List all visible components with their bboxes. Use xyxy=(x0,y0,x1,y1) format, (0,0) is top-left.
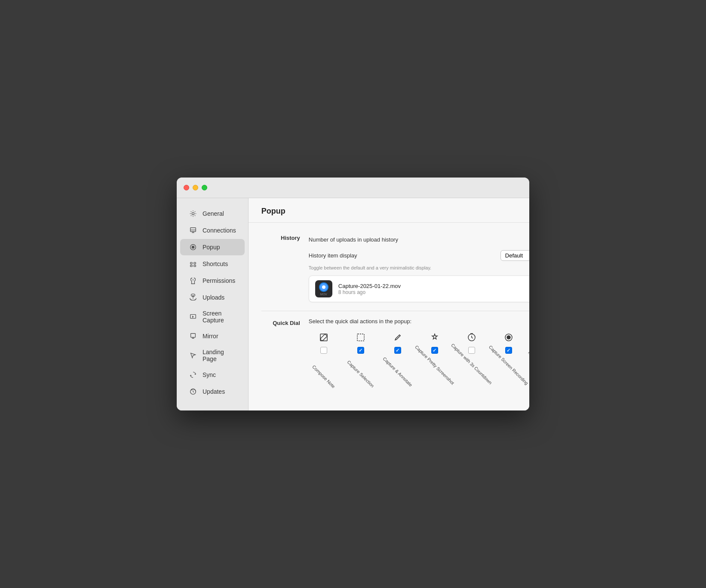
sidebar-item-label-connections: Connections xyxy=(203,227,236,234)
maximize-button[interactable] xyxy=(202,185,207,190)
file-type-label: MOV xyxy=(320,293,327,296)
history-section: History Number of uploads in upload hist… xyxy=(261,233,529,302)
quick-dial-item-recording: Capture Screen Recording xyxy=(494,331,524,392)
shortcuts-icon xyxy=(189,260,197,268)
sidebar-item-label-mirror: Mirror xyxy=(203,333,218,340)
quick-dial-item-pretty: Capture Pretty Screenshot xyxy=(420,331,450,392)
compose-icon xyxy=(319,331,328,343)
quick-dial-item-countdown: Capture with 3s Countdown xyxy=(457,331,487,392)
quick-dial-grid: Compose NoteCapture SelectionCapture & A… xyxy=(309,331,529,392)
sidebar-item-label-updates: Updates xyxy=(203,388,225,395)
updates-icon xyxy=(189,387,197,396)
selection-label-container: Capture Selection xyxy=(358,357,363,392)
sidebar-item-uploads[interactable]: Uploads xyxy=(180,289,245,306)
pretty-icon xyxy=(430,331,439,343)
sidebar-item-mirror[interactable]: Mirror xyxy=(180,328,245,344)
sidebar-item-label-general: General xyxy=(203,210,224,217)
svg-point-0 xyxy=(192,212,194,214)
annotate-label: Capture & Annotate xyxy=(382,356,413,388)
sidebar-item-label-popup: Popup xyxy=(203,244,220,251)
permissions-icon xyxy=(189,276,197,285)
window-content: GeneralConnectionsPopupShortcutsPermissi… xyxy=(177,198,529,410)
sidebar-item-permissions[interactable]: Permissions xyxy=(180,273,245,289)
sidebar-item-popup[interactable]: Popup xyxy=(180,239,245,255)
mirror-icon xyxy=(189,332,197,340)
sidebar-item-label-screen-capture: Screen Capture xyxy=(203,310,236,324)
traffic-lights xyxy=(184,185,207,190)
history-content: Number of uploads in upload history 25 ▲… xyxy=(309,233,529,302)
svg-rect-10 xyxy=(191,334,196,337)
svg-point-16 xyxy=(507,336,510,339)
uploads-row: Number of uploads in upload history 25 ▲… xyxy=(309,233,529,246)
display-hint: Toggle between the default and a very mi… xyxy=(309,265,529,270)
sidebar-item-updates[interactable]: Updates xyxy=(180,383,245,400)
countdown-checkbox[interactable] xyxy=(468,347,475,354)
display-row: History item display Default ▾ xyxy=(309,250,529,261)
countdown-icon xyxy=(467,331,476,343)
section-divider xyxy=(261,311,529,311)
quick-dial-content: Select the quick dial actions in the pop… xyxy=(309,318,529,392)
quick-dial-item-selection: Capture Selection xyxy=(346,331,376,392)
countdown-label-container: Capture with 3s Countdown xyxy=(469,357,474,392)
history-time: 8 hours ago xyxy=(338,289,401,295)
sidebar-item-label-shortcuts: Shortcuts xyxy=(203,260,228,267)
close-button[interactable] xyxy=(184,185,189,190)
annotate-checkbox[interactable] xyxy=(394,347,401,354)
history-filename: Capture-2025-01-22.mov xyxy=(338,283,401,289)
sync-icon xyxy=(189,371,197,379)
select-value: Default xyxy=(501,251,529,260)
history-file-icon: MOV xyxy=(315,280,332,297)
display-select[interactable]: Default ▾ xyxy=(500,250,529,261)
recording-icon xyxy=(504,331,513,343)
svg-point-3 xyxy=(192,246,194,248)
recording-label-container: Capture Screen Recording xyxy=(506,357,511,392)
uploads-label: Number of uploads in upload history xyxy=(309,236,398,243)
sidebar: GeneralConnectionsPopupShortcutsPermissi… xyxy=(177,198,249,410)
general-icon xyxy=(189,209,197,218)
svg-rect-13 xyxy=(357,334,364,341)
annotate-icon xyxy=(393,331,402,343)
svg-rect-5 xyxy=(194,262,196,264)
sidebar-item-screen-capture[interactable]: Screen Capture xyxy=(180,306,245,328)
sidebar-item-label-landing-page: Landing Page xyxy=(203,349,236,362)
landing-page-icon xyxy=(189,351,197,360)
compose-label-container: Compose Note xyxy=(321,357,326,392)
connections-icon xyxy=(189,226,197,235)
app-window: GeneralConnectionsPopupShortcutsPermissi… xyxy=(177,178,529,410)
sidebar-item-general[interactable]: General xyxy=(180,205,245,222)
main-header: Popup xyxy=(249,198,529,223)
quick-dial-section: Quick Dial Select the quick dial actions… xyxy=(261,318,529,392)
screen-capture-icon xyxy=(189,312,197,321)
quick-dial-item-compose: Compose Note xyxy=(309,331,339,392)
selection-icon xyxy=(356,331,365,343)
annotate-label-container: Capture & Annotate xyxy=(395,357,400,392)
main-panel: Popup History Number of uploads in uploa… xyxy=(249,198,529,410)
pretty-label-container: Capture Pretty Screenshot xyxy=(432,357,437,392)
selection-checkbox[interactable] xyxy=(357,347,364,354)
svg-rect-7 xyxy=(194,265,196,267)
svg-rect-4 xyxy=(190,262,193,264)
display-label: History item display xyxy=(309,252,357,259)
svg-rect-6 xyxy=(190,265,193,267)
sidebar-item-shortcuts[interactable]: Shortcuts xyxy=(180,256,245,272)
selection-label: Capture Selection xyxy=(346,359,375,389)
titlebar xyxy=(177,178,529,198)
sidebar-item-landing-page[interactable]: Landing Page xyxy=(180,345,245,366)
history-item[interactable]: MOV Capture-2025-01-22.mov 8 hours ago xyxy=(309,276,529,302)
compose-checkbox[interactable] xyxy=(320,347,327,354)
quick-dial-description: Select the quick dial actions in the pop… xyxy=(309,318,529,325)
sidebar-item-label-uploads: Uploads xyxy=(203,294,224,301)
compose-label: Compose Note xyxy=(311,364,336,389)
quick-dial-item-annotate: Capture & Annotate xyxy=(383,331,413,392)
minimize-button[interactable] xyxy=(193,185,198,190)
pretty-checkbox[interactable] xyxy=(431,347,438,354)
sidebar-item-sync[interactable]: Sync xyxy=(180,367,245,383)
page-title: Popup xyxy=(261,207,529,216)
sidebar-item-label-sync: Sync xyxy=(203,371,216,378)
main-body: History Number of uploads in upload hist… xyxy=(249,223,529,410)
svg-rect-1 xyxy=(190,228,196,232)
sidebar-item-connections[interactable]: Connections xyxy=(180,222,245,239)
recording-checkbox[interactable] xyxy=(505,347,512,354)
uploads-icon xyxy=(189,293,197,302)
history-label: History xyxy=(261,233,300,302)
